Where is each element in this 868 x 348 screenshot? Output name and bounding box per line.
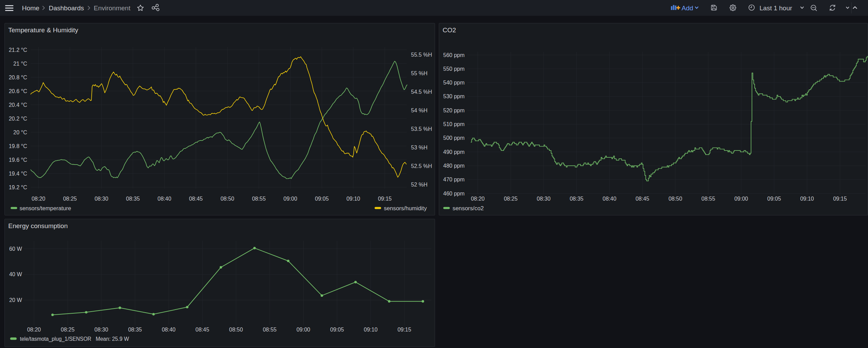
svg-text:19.4 °C: 19.4 °C — [9, 171, 27, 177]
svg-text:40 W: 40 W — [9, 271, 22, 277]
svg-text:08:20: 08:20 — [27, 327, 41, 333]
svg-text:550 ppm: 550 ppm — [443, 66, 465, 72]
svg-text:08:45: 08:45 — [636, 196, 649, 202]
svg-text:08:25: 08:25 — [61, 327, 75, 333]
svg-text:08:35: 08:35 — [126, 196, 140, 202]
svg-text:09:10: 09:10 — [800, 196, 814, 202]
svg-text:540 ppm: 540 ppm — [443, 80, 465, 86]
svg-text:09:05: 09:05 — [315, 196, 329, 202]
svg-text:19.2 °C: 19.2 °C — [9, 184, 27, 190]
svg-text:09:10: 09:10 — [346, 196, 360, 202]
svg-text:500 ppm: 500 ppm — [443, 135, 465, 141]
svg-text:20 W: 20 W — [9, 297, 22, 303]
svg-text:08:45: 08:45 — [195, 327, 209, 333]
svg-text:560 ppm: 560 ppm — [443, 52, 465, 58]
svg-text:55.5 %H: 55.5 %H — [411, 52, 432, 58]
svg-text:20.6 °C: 20.6 °C — [9, 88, 27, 94]
svg-text:09:15: 09:15 — [833, 196, 847, 202]
svg-text:09:00: 09:00 — [284, 196, 297, 202]
svg-text:08:30: 08:30 — [94, 327, 108, 333]
svg-text:08:40: 08:40 — [162, 327, 175, 333]
svg-text:08:55: 08:55 — [252, 196, 266, 202]
svg-text:52 %H: 52 %H — [411, 182, 427, 188]
svg-text:09:15: 09:15 — [398, 327, 411, 333]
svg-text:490 ppm: 490 ppm — [443, 149, 465, 155]
svg-text:08:25: 08:25 — [504, 196, 517, 202]
svg-text:08:50: 08:50 — [229, 327, 243, 333]
svg-text:520 ppm: 520 ppm — [443, 108, 465, 113]
svg-text:54.5 %H: 54.5 %H — [411, 89, 432, 95]
svg-text:09:05: 09:05 — [767, 196, 781, 202]
svg-text:08:55: 08:55 — [701, 196, 715, 202]
svg-text:08:35: 08:35 — [128, 327, 142, 333]
svg-text:08:50: 08:50 — [220, 196, 234, 202]
svg-text:08:40: 08:40 — [158, 196, 171, 202]
svg-text:08:30: 08:30 — [94, 196, 108, 202]
svg-text:09:15: 09:15 — [378, 196, 392, 202]
svg-text:09:05: 09:05 — [330, 327, 344, 333]
svg-text:sensors/humidity: sensors/humidity — [384, 205, 427, 211]
svg-text:08:55: 08:55 — [263, 327, 276, 333]
svg-text:Mean: 25.9 W: Mean: 25.9 W — [96, 336, 129, 342]
svg-text:20 °C: 20 °C — [13, 130, 27, 135]
svg-text:19.6 °C: 19.6 °C — [9, 157, 27, 163]
svg-text:53.5 %H: 53.5 %H — [411, 126, 432, 132]
svg-text:60 W: 60 W — [9, 246, 22, 252]
svg-text:52.5 %H: 52.5 %H — [411, 163, 432, 169]
svg-text:08:50: 08:50 — [669, 196, 682, 202]
svg-text:20.8 °C: 20.8 °C — [9, 75, 27, 80]
svg-text:20.2 °C: 20.2 °C — [9, 116, 27, 122]
svg-text:510 ppm: 510 ppm — [443, 121, 465, 127]
svg-text:08:45: 08:45 — [189, 196, 203, 202]
svg-text:54 %H: 54 %H — [411, 108, 427, 113]
svg-text:530 ppm: 530 ppm — [443, 93, 465, 99]
svg-text:08:30: 08:30 — [537, 196, 550, 202]
svg-text:08:40: 08:40 — [603, 196, 616, 202]
svg-text:480 ppm: 480 ppm — [443, 163, 465, 169]
svg-text:08:25: 08:25 — [63, 196, 77, 202]
svg-text:sensors/temperature: sensors/temperature — [20, 205, 71, 211]
svg-text:tele/tasmota_plug_1/SENSOR: tele/tasmota_plug_1/SENSOR — [20, 336, 91, 342]
svg-text:08:20: 08:20 — [471, 196, 484, 202]
svg-text:53 %H: 53 %H — [411, 145, 427, 150]
svg-text:08:20: 08:20 — [32, 196, 45, 202]
svg-text:sensors/co2: sensors/co2 — [453, 205, 484, 211]
svg-text:470 ppm: 470 ppm — [443, 177, 465, 182]
svg-text:55 %H: 55 %H — [411, 70, 427, 76]
svg-text:09:10: 09:10 — [364, 327, 378, 333]
svg-text:21.2 °C: 21.2 °C — [9, 47, 27, 53]
svg-text:20.4 °C: 20.4 °C — [9, 102, 27, 108]
svg-text:09:00: 09:00 — [734, 196, 748, 202]
svg-text:08:35: 08:35 — [570, 196, 583, 202]
svg-text:09:00: 09:00 — [296, 327, 310, 333]
svg-text:19.8 °C: 19.8 °C — [9, 143, 27, 149]
svg-text:21 °C: 21 °C — [13, 61, 27, 67]
svg-text:460 ppm: 460 ppm — [443, 191, 465, 197]
